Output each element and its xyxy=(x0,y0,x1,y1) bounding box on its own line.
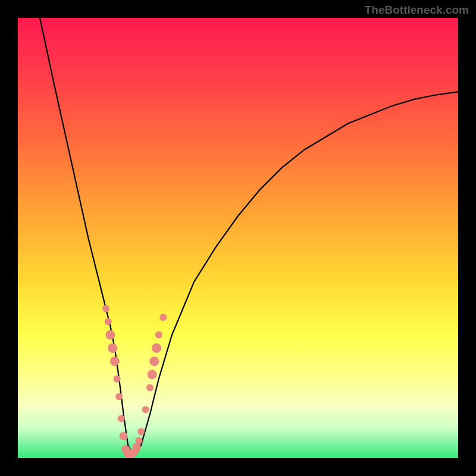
marker-point xyxy=(137,428,145,436)
watermark-text: TheBottleneck.com xyxy=(365,4,469,17)
marker-point xyxy=(133,443,141,452)
marker-point xyxy=(115,393,123,400)
marker-point xyxy=(102,305,109,312)
marker-point xyxy=(120,432,128,440)
marker-point xyxy=(114,375,121,383)
marker-point xyxy=(105,330,115,340)
marker-point xyxy=(155,331,162,339)
chart-container xyxy=(18,18,458,458)
marker-point xyxy=(105,318,112,325)
marker-point xyxy=(118,415,125,422)
marker-point xyxy=(159,314,167,321)
marker-point xyxy=(142,406,149,414)
marker-point xyxy=(110,356,120,366)
marker-point xyxy=(149,356,159,366)
marker-point xyxy=(152,343,161,353)
marker-point xyxy=(148,369,157,379)
marker-point xyxy=(136,437,143,444)
marker-point xyxy=(108,343,117,353)
marker-point xyxy=(146,384,154,392)
highlighted-markers xyxy=(18,18,458,458)
